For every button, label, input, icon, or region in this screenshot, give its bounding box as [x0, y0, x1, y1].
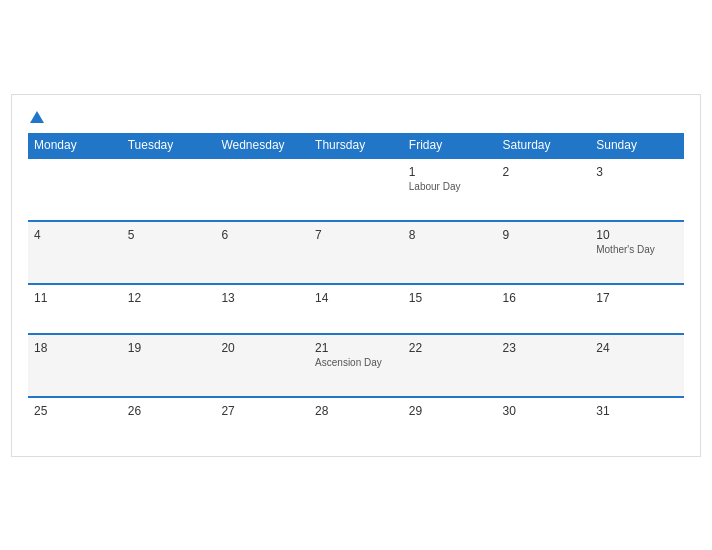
- calendar-cell: [28, 158, 122, 221]
- calendar-cell: 25: [28, 397, 122, 446]
- calendar-cell: [122, 158, 216, 221]
- calendar-cell: 17: [590, 284, 684, 334]
- calendar-cell: 24: [590, 334, 684, 397]
- calendar-week-row: 1Labour Day23: [28, 158, 684, 221]
- day-number: 28: [315, 404, 397, 418]
- calendar-week-row: 25262728293031: [28, 397, 684, 446]
- day-number: 14: [315, 291, 397, 305]
- calendar-cell: 27: [215, 397, 309, 446]
- calendar-cell: 9: [497, 221, 591, 284]
- day-number: 19: [128, 341, 210, 355]
- calendar-cell: 21Ascension Day: [309, 334, 403, 397]
- calendar-cell: 10Mother's Day: [590, 221, 684, 284]
- day-number: 16: [503, 291, 585, 305]
- calendar-cell: 11: [28, 284, 122, 334]
- calendar-table: MondayTuesdayWednesdayThursdayFridaySatu…: [28, 133, 684, 446]
- calendar-cell: 14: [309, 284, 403, 334]
- weekday-header-friday: Friday: [403, 133, 497, 158]
- day-number: 1: [409, 165, 491, 179]
- calendar-cell: 28: [309, 397, 403, 446]
- calendar-cell: 4: [28, 221, 122, 284]
- day-number: 2: [503, 165, 585, 179]
- calendar-cell: 1Labour Day: [403, 158, 497, 221]
- calendar-header: [28, 111, 684, 123]
- calendar-cell: 12: [122, 284, 216, 334]
- holiday-name: Mother's Day: [596, 244, 678, 255]
- calendar-thead: MondayTuesdayWednesdayThursdayFridaySatu…: [28, 133, 684, 158]
- day-number: 10: [596, 228, 678, 242]
- weekday-header-row: MondayTuesdayWednesdayThursdayFridaySatu…: [28, 133, 684, 158]
- calendar-cell: 3: [590, 158, 684, 221]
- day-number: 15: [409, 291, 491, 305]
- calendar-cell: [309, 158, 403, 221]
- calendar-cell: 19: [122, 334, 216, 397]
- calendar-week-row: 18192021Ascension Day222324: [28, 334, 684, 397]
- day-number: 25: [34, 404, 116, 418]
- calendar-cell: 5: [122, 221, 216, 284]
- day-number: 5: [128, 228, 210, 242]
- weekday-header-thursday: Thursday: [309, 133, 403, 158]
- day-number: 27: [221, 404, 303, 418]
- calendar-cell: 16: [497, 284, 591, 334]
- calendar-cell: 31: [590, 397, 684, 446]
- calendar-cell: 18: [28, 334, 122, 397]
- calendar-cell: 6: [215, 221, 309, 284]
- calendar-body: 1Labour Day2345678910Mother's Day1112131…: [28, 158, 684, 446]
- calendar-cell: 8: [403, 221, 497, 284]
- calendar-cell: 13: [215, 284, 309, 334]
- day-number: 7: [315, 228, 397, 242]
- calendar: MondayTuesdayWednesdayThursdayFridaySatu…: [11, 94, 701, 457]
- day-number: 29: [409, 404, 491, 418]
- calendar-cell: 2: [497, 158, 591, 221]
- day-number: 24: [596, 341, 678, 355]
- calendar-cell: [215, 158, 309, 221]
- day-number: 9: [503, 228, 585, 242]
- logo: [28, 111, 44, 123]
- day-number: 8: [409, 228, 491, 242]
- day-number: 13: [221, 291, 303, 305]
- day-number: 31: [596, 404, 678, 418]
- holiday-name: Labour Day: [409, 181, 491, 192]
- calendar-cell: 7: [309, 221, 403, 284]
- logo-triangle-icon: [30, 111, 44, 123]
- weekday-header-sunday: Sunday: [590, 133, 684, 158]
- day-number: 3: [596, 165, 678, 179]
- calendar-week-row: 45678910Mother's Day: [28, 221, 684, 284]
- calendar-cell: 15: [403, 284, 497, 334]
- day-number: 12: [128, 291, 210, 305]
- weekday-header-saturday: Saturday: [497, 133, 591, 158]
- day-number: 26: [128, 404, 210, 418]
- day-number: 17: [596, 291, 678, 305]
- calendar-cell: 29: [403, 397, 497, 446]
- day-number: 11: [34, 291, 116, 305]
- calendar-cell: 23: [497, 334, 591, 397]
- calendar-cell: 26: [122, 397, 216, 446]
- day-number: 6: [221, 228, 303, 242]
- calendar-week-row: 11121314151617: [28, 284, 684, 334]
- weekday-header-tuesday: Tuesday: [122, 133, 216, 158]
- calendar-cell: 30: [497, 397, 591, 446]
- day-number: 23: [503, 341, 585, 355]
- day-number: 30: [503, 404, 585, 418]
- weekday-header-monday: Monday: [28, 133, 122, 158]
- weekday-header-wednesday: Wednesday: [215, 133, 309, 158]
- calendar-cell: 22: [403, 334, 497, 397]
- day-number: 4: [34, 228, 116, 242]
- day-number: 22: [409, 341, 491, 355]
- day-number: 21: [315, 341, 397, 355]
- calendar-cell: 20: [215, 334, 309, 397]
- day-number: 18: [34, 341, 116, 355]
- holiday-name: Ascension Day: [315, 357, 397, 368]
- day-number: 20: [221, 341, 303, 355]
